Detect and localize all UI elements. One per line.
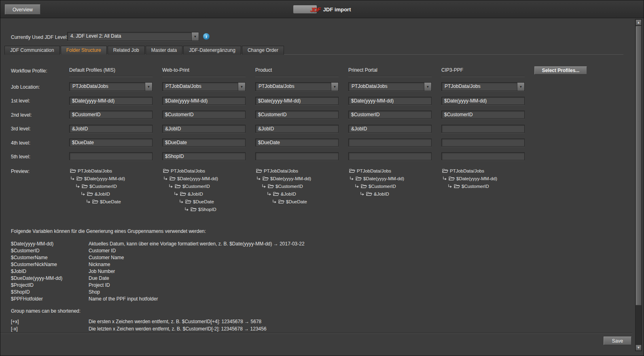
bottom-separator bbox=[0, 333, 632, 334]
level-4-input[interactable] bbox=[441, 139, 525, 147]
tree-arrow-icon bbox=[179, 199, 184, 204]
jdf-level-value: 4. JDF Level 2: All Data bbox=[68, 32, 191, 41]
level-2-input[interactable] bbox=[69, 111, 153, 119]
tree-node-label: &JobID bbox=[281, 192, 296, 196]
level-1-input[interactable] bbox=[255, 97, 339, 105]
select-profiles-button[interactable]: Select Profiles... bbox=[534, 66, 587, 75]
row-label-job-location: Job Location: bbox=[11, 84, 40, 90]
level-3-input[interactable] bbox=[69, 125, 153, 133]
tree-node-label: $DueDate bbox=[286, 199, 307, 204]
level-5-input[interactable] bbox=[69, 152, 153, 160]
tab-related-job[interactable]: Related Job bbox=[108, 46, 145, 55]
tree-node-label: $CustomerID bbox=[369, 184, 396, 189]
level-4-input[interactable] bbox=[69, 139, 153, 147]
variable-desc: Customer ID bbox=[89, 248, 116, 254]
chevron-down-icon[interactable]: ▼ bbox=[238, 83, 245, 91]
tab-folder-structure[interactable]: Folder Structure bbox=[61, 46, 107, 55]
job-location-select[interactable]: PTJobData/Jobs ▼ bbox=[162, 82, 246, 91]
shorten-rule-desc: Die ersten x Zeichen werden entfernt, z.… bbox=[89, 319, 261, 324]
job-location-select[interactable]: PTJobData/Jobs ▼ bbox=[69, 82, 153, 91]
level-2-input[interactable] bbox=[162, 111, 246, 119]
variable-name: $Date(yyyy-MM-dd) bbox=[11, 241, 89, 247]
level-3-input[interactable] bbox=[255, 125, 339, 133]
level-5-input[interactable] bbox=[348, 152, 432, 160]
tree-arrow-icon bbox=[349, 176, 354, 181]
variable-row: $PPFHotfolderName of the PPF input hotfo… bbox=[11, 296, 158, 302]
level-4-input[interactable] bbox=[255, 139, 339, 147]
jdf-level-select[interactable]: 4. JDF Level 2: All Data ▼ bbox=[67, 32, 199, 41]
row-label-level-1: 1st level: bbox=[11, 98, 30, 104]
folder-icon bbox=[70, 168, 76, 173]
tab-jdf-communication[interactable]: JDF Communication bbox=[4, 46, 60, 55]
vertical-scrollbar[interactable]: ▲ ▼ bbox=[635, 19, 642, 351]
level-1-input[interactable] bbox=[441, 97, 525, 105]
level-5-input[interactable] bbox=[255, 152, 339, 160]
tree-node-label: $CustomerID bbox=[89, 184, 117, 189]
row-label-level-5: 5th level: bbox=[11, 154, 30, 160]
tree-node-label: &JobID bbox=[188, 192, 203, 196]
tree-arrow-icon bbox=[256, 176, 261, 181]
level-5-input[interactable] bbox=[162, 152, 246, 160]
folder-icon bbox=[175, 184, 181, 188]
level-2-input[interactable] bbox=[348, 111, 432, 119]
page-title: JDF import bbox=[323, 6, 351, 13]
row-label-workflow-profile: Workflow Profile: bbox=[11, 68, 47, 74]
level-5-input[interactable] bbox=[441, 152, 525, 160]
variable-desc: Due Date bbox=[89, 275, 109, 281]
job-location-select[interactable]: PTJobData/Jobs ▼ bbox=[348, 82, 432, 91]
level-2-input[interactable] bbox=[255, 111, 339, 119]
chevron-down-icon[interactable]: ▼ bbox=[517, 83, 524, 91]
variables-help-intro: Folgende Variablen können für die Generi… bbox=[11, 228, 206, 234]
scroll-up-icon[interactable]: ▲ bbox=[636, 19, 642, 26]
info-icon[interactable]: i bbox=[203, 33, 210, 40]
column-header: Product bbox=[255, 67, 339, 77]
tree-node: $Date(yyyy-MM-dd) bbox=[162, 175, 255, 182]
tree-arrow-icon bbox=[184, 207, 189, 212]
tab-change-order[interactable]: Change Order bbox=[242, 46, 284, 55]
folder-preview-tree: PTJobData/Jobs $Date(yyyy-MM-dd) $Custom… bbox=[69, 167, 162, 205]
scrollbar-thumb[interactable] bbox=[636, 26, 642, 305]
level-4-input[interactable] bbox=[162, 139, 246, 147]
level-2-input[interactable] bbox=[441, 111, 525, 119]
chevron-down-icon[interactable]: ▼ bbox=[145, 83, 152, 91]
tree-node: $Date(yyyy-MM-dd) bbox=[348, 175, 441, 182]
tree-arrow-icon bbox=[70, 176, 75, 181]
tree-node-label: $Date(yyyy-MM-dd) bbox=[363, 176, 404, 181]
level-1-input[interactable] bbox=[69, 97, 153, 105]
chevron-down-icon[interactable]: ▼ bbox=[191, 32, 199, 41]
job-location-select[interactable]: PTJobData/Jobs ▼ bbox=[441, 82, 525, 91]
chevron-down-icon[interactable]: ▼ bbox=[424, 83, 431, 91]
tree-node-label: PTJobData/Jobs bbox=[78, 168, 112, 173]
chevron-down-icon[interactable]: ▼ bbox=[331, 83, 338, 91]
tree-node-label: $CustomerID bbox=[462, 184, 489, 189]
variable-desc: Name of the PPF input hotfolder bbox=[89, 296, 158, 302]
variable-row: $CustomerNameCustomer Name bbox=[11, 255, 124, 260]
level-3-input[interactable] bbox=[441, 125, 525, 133]
tab-jdf-datenergaenzung[interactable]: JDF-Datenergänzung bbox=[183, 46, 241, 55]
job-location-select[interactable]: PTJobData/Jobs ▼ bbox=[255, 82, 339, 91]
variable-desc: Job Number bbox=[89, 269, 115, 274]
tree-node: $DueDate bbox=[162, 198, 255, 205]
shorten-rule-name: [-x] bbox=[11, 326, 89, 332]
level-1-input[interactable] bbox=[162, 97, 246, 105]
tree-node-label: PTJobData/Jobs bbox=[357, 168, 391, 173]
folder-preview-tree: PTJobData/Jobs $Date(yyyy-MM-dd) $Custom… bbox=[255, 167, 348, 205]
variable-row: $DueDate(yyyy-MM-dd)Due Date bbox=[11, 275, 109, 281]
shorten-help-title: Group names can be shortened: bbox=[11, 308, 80, 314]
level-4-input[interactable] bbox=[348, 139, 432, 147]
level-3-input[interactable] bbox=[348, 125, 432, 133]
tab-master-data[interactable]: Master data bbox=[146, 46, 182, 55]
tree-arrow-icon bbox=[354, 184, 359, 189]
folder-icon bbox=[191, 207, 197, 211]
tree-node: $CustomerID bbox=[162, 182, 255, 190]
level-1-input[interactable] bbox=[348, 97, 432, 105]
jdf-level-label: Currently Used JDF Level: bbox=[11, 34, 68, 40]
tree-node: $DueDate bbox=[255, 198, 348, 205]
scroll-down-icon[interactable]: ▼ bbox=[636, 345, 642, 351]
variable-desc: Customer Name bbox=[89, 255, 124, 260]
column-title: CIP3-PPF bbox=[441, 67, 463, 73]
save-button[interactable]: Save bbox=[604, 337, 631, 345]
tree-node: $CustomerID bbox=[348, 182, 441, 190]
column-title: Product bbox=[255, 67, 272, 73]
level-3-input[interactable] bbox=[162, 125, 246, 133]
